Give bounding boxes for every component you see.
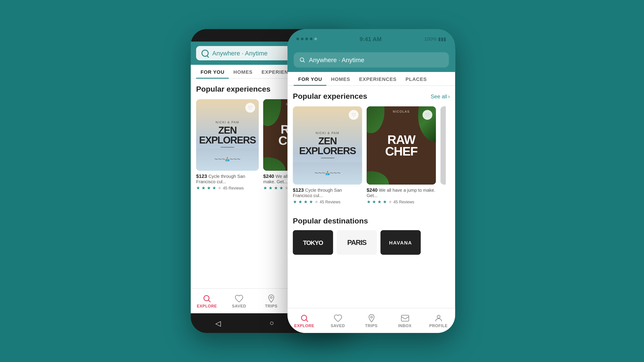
android-search-text: Anywhere · Anytime (212, 50, 268, 57)
ios-tabs-bar: FOR YOU HOMES EXPERIENCES PLACES (287, 72, 455, 86)
explore-icon (202, 294, 211, 303)
android-section-title: Popular experiences (196, 85, 270, 94)
ios-zen-price: $123 Cycle through San Francisco cul... (293, 187, 362, 198)
dest-card-tokyo[interactable]: TOKYO (293, 230, 333, 255)
zen-divider (221, 147, 234, 147)
ios-tab-homes[interactable]: HOMES (326, 72, 355, 85)
ios-search-icon (299, 57, 305, 63)
nav-explore[interactable]: EXPLORE (191, 289, 223, 313)
ios-content-area: Popular experiences See all › NICKI & PA… (287, 86, 455, 211)
ios-raw-stars: ★ ★ ★ ★ ★ 45 Reviews (366, 199, 436, 204)
ios-nav-inbox[interactable]: INBOX (388, 308, 422, 313)
ios-zen-image: NICKI & PAM ZENEXPLORERS 〜〜〜🚣〜〜〜 ♡ (293, 106, 362, 185)
ios-search-text: Anywhere · Anytime (309, 56, 364, 63)
ios-zen-stars: ★ ★ ★ ★ ★ 45 Reviews (293, 199, 362, 204)
back-icon[interactable]: ◁ (215, 319, 220, 327)
zen-boat: 〜〜〜🚣〜〜〜 (214, 157, 240, 162)
zen-card-image: NICKI & PAM ZENEXPLORERS 〜〜〜🚣〜〜〜 ♡ (196, 99, 259, 171)
ios-card-raw[interactable]: NICOLAS RAWCHEF ♡ $240 We all have a jum… (366, 106, 436, 204)
ios-tab-experiences[interactable]: EXPERIENCES (355, 72, 401, 85)
ios-raw-leaves-tl (366, 106, 384, 133)
ios-signal-dots (296, 37, 317, 40)
nav-saved-label: SAVED (232, 304, 246, 308)
dest-card-paris[interactable]: PARIS (336, 230, 377, 255)
ios-raw-image: NICOLAS RAWCHEF ♡ (366, 106, 436, 185)
tab-homes[interactable]: HOMES (229, 65, 257, 78)
tab-for-you[interactable]: FOR YOU (196, 65, 229, 78)
zen-price: $123 Cycle through San Francisco cul... (196, 173, 259, 184)
ios-battery: 100% ▮▮▮ (424, 36, 446, 42)
raw-leaves-top-left (263, 99, 281, 126)
search-icon (202, 50, 209, 57)
ios-zen-host: NICKI & PAM (316, 131, 339, 134)
ios-screen: Anywhere · Anytime FOR YOU HOMES EXPERIE… (287, 49, 455, 313)
zen-stars: ★ ★ ★ ★ ★ 45 Reviews (196, 185, 259, 190)
ios-section-title: Popular experiences (293, 92, 367, 101)
ios-zen-boat: 〜〜〜🚣〜〜〜 (314, 171, 340, 176)
zen-heart[interactable]: ♡ (245, 103, 255, 113)
raw-leaves-bottom (263, 153, 286, 171)
zen-title: ZENEXPLORERS (199, 126, 256, 145)
ios-dest-cards: TOKYO PARIS HAVANA (293, 230, 450, 255)
ios-raw-title: RAWCHEF (385, 134, 417, 157)
ios-destinations-title: Popular destinations (293, 217, 368, 225)
nav-trips[interactable]: TRIPS (255, 289, 287, 313)
nav-saved[interactable]: SAVED (223, 289, 255, 313)
ios-zen-heart[interactable]: ♡ (348, 110, 358, 120)
ios-see-all[interactable]: See all › (431, 93, 450, 100)
ios-cards-row: NICKI & PAM ZENEXPLORERS 〜〜〜🚣〜〜〜 ♡ $123 … (293, 106, 450, 204)
trips-icon (267, 294, 276, 303)
ios-nav-explore[interactable]: EXPLORE (287, 308, 321, 313)
nav-explore-label: EXPLORE (196, 304, 217, 308)
ios-search-container: Anywhere · Anytime (287, 49, 455, 72)
ios-nav-profile[interactable]: PROFILE (422, 308, 455, 313)
ios-section-header: Popular experiences See all › (293, 92, 450, 101)
ios-bottom-nav: EXPLORE SAVED TRIPS INBOX (287, 308, 455, 313)
ios-card-zen[interactable]: NICKI & PAM ZENEXPLORERS 〜〜〜🚣〜〜〜 ♡ $123 … (293, 106, 362, 204)
ios-zen-title: ZENEXPLORERS (299, 136, 356, 156)
svg-point-1 (270, 296, 272, 298)
ios-nav-trips[interactable]: TRIPS (354, 308, 388, 313)
ios-zen-divider (321, 158, 334, 158)
nav-trips-label: TRIPS (265, 304, 277, 308)
ios-raw-heart[interactable]: ♡ (422, 110, 432, 120)
ios-phone: 9:41 AM 100% ▮▮▮ Anywhere · Anytime FOR … (287, 29, 455, 333)
ios-partial-card (440, 106, 446, 204)
ios-raw-price: $240 We all have a jump to make. Get... (366, 187, 436, 198)
ios-time: 9:41 AM (359, 35, 382, 42)
ios-nav-saved[interactable]: SAVED (321, 308, 354, 313)
ios-destinations-section: Popular destinations TOKYO PARIS HAVANA (287, 211, 455, 258)
zen-host: NICKI & PAM (216, 121, 239, 124)
card-zen-explorers[interactable]: NICKI & PAM ZENEXPLORERS 〜〜〜🚣〜〜〜 ♡ $123 … (196, 99, 259, 190)
home-icon[interactable]: ○ (270, 319, 274, 327)
ios-search-bar[interactable]: Anywhere · Anytime (294, 52, 449, 67)
dest-card-havana[interactable]: HAVANA (380, 230, 420, 255)
ios-tab-places[interactable]: PLACES (401, 72, 431, 85)
saved-icon (234, 294, 244, 303)
ios-raw-host: NICOLAS (393, 110, 410, 113)
ios-raw-leaves-b (366, 167, 389, 185)
ios-tab-for-you[interactable]: FOR YOU (294, 72, 326, 85)
ios-status-bar: 9:41 AM 100% ▮▮▮ (287, 29, 455, 49)
